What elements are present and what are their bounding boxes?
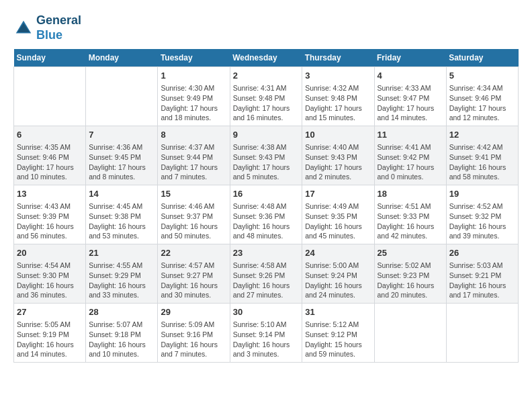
calendar-cell: 6Sunrise: 4:35 AM Sunset: 9:46 PM Daylig… bbox=[14, 126, 86, 185]
calendar-cell: 26Sunrise: 5:03 AM Sunset: 9:21 PM Dayli… bbox=[446, 244, 518, 304]
cell-content: Sunrise: 5:12 AM Sunset: 9:12 PM Dayligh… bbox=[305, 320, 371, 359]
cell-content: Sunrise: 5:10 AM Sunset: 9:14 PM Dayligh… bbox=[233, 320, 300, 359]
day-header-wednesday: Wednesday bbox=[230, 49, 302, 67]
calendar-week-2: 6Sunrise: 4:35 AM Sunset: 9:46 PM Daylig… bbox=[14, 126, 519, 185]
cell-content: Sunrise: 4:41 AM Sunset: 9:42 PM Dayligh… bbox=[378, 142, 443, 182]
calendar-cell: 23Sunrise: 4:58 AM Sunset: 9:26 PM Dayli… bbox=[230, 244, 302, 304]
calendar-week-4: 20Sunrise: 4:54 AM Sunset: 9:30 PM Dayli… bbox=[14, 244, 519, 304]
cell-content: Sunrise: 5:03 AM Sunset: 9:21 PM Dayligh… bbox=[449, 261, 515, 300]
cell-content: Sunrise: 4:48 AM Sunset: 9:36 PM Dayligh… bbox=[233, 201, 300, 241]
calendar-cell: 12Sunrise: 4:42 AM Sunset: 9:41 PM Dayli… bbox=[446, 126, 518, 185]
day-number: 21 bbox=[89, 247, 154, 259]
cell-content: Sunrise: 4:32 AM Sunset: 9:48 PM Dayligh… bbox=[305, 83, 371, 123]
calendar-body: 1Sunrise: 4:30 AM Sunset: 9:49 PM Daylig… bbox=[14, 67, 519, 363]
cell-content: Sunrise: 4:33 AM Sunset: 9:47 PM Dayligh… bbox=[378, 83, 443, 123]
cell-content: Sunrise: 4:51 AM Sunset: 9:33 PM Dayligh… bbox=[378, 201, 443, 241]
day-header-thursday: Thursday bbox=[302, 49, 374, 67]
day-number: 3 bbox=[305, 70, 371, 82]
calendar-cell: 11Sunrise: 4:41 AM Sunset: 9:42 PM Dayli… bbox=[374, 126, 446, 185]
calendar-cell: 29Sunrise: 5:09 AM Sunset: 9:16 PM Dayli… bbox=[158, 303, 230, 362]
day-number: 4 bbox=[378, 70, 443, 82]
day-header-saturday: Saturday bbox=[446, 49, 518, 67]
day-number: 18 bbox=[378, 188, 443, 200]
cell-content: Sunrise: 4:46 AM Sunset: 9:37 PM Dayligh… bbox=[161, 201, 226, 241]
day-number: 29 bbox=[161, 306, 226, 318]
day-number: 30 bbox=[233, 306, 300, 318]
day-header-friday: Friday bbox=[374, 49, 446, 67]
day-number: 31 bbox=[305, 306, 371, 318]
calendar-cell bbox=[86, 67, 158, 126]
day-number: 16 bbox=[233, 188, 300, 200]
calendar-cell: 16Sunrise: 4:48 AM Sunset: 9:36 PM Dayli… bbox=[230, 185, 302, 244]
cell-content: Sunrise: 4:58 AM Sunset: 9:26 PM Dayligh… bbox=[233, 261, 300, 300]
calendar-cell: 10Sunrise: 4:40 AM Sunset: 9:43 PM Dayli… bbox=[302, 126, 374, 185]
calendar-cell: 21Sunrise: 4:55 AM Sunset: 9:29 PM Dayli… bbox=[86, 244, 158, 304]
day-header-monday: Monday bbox=[86, 49, 158, 67]
calendar-week-3: 13Sunrise: 4:43 AM Sunset: 9:39 PM Dayli… bbox=[14, 185, 519, 244]
calendar-cell: 30Sunrise: 5:10 AM Sunset: 9:14 PM Dayli… bbox=[230, 303, 302, 362]
logo: General Blue bbox=[13, 13, 81, 42]
cell-content: Sunrise: 5:02 AM Sunset: 9:23 PM Dayligh… bbox=[378, 261, 443, 300]
calendar-cell: 27Sunrise: 5:05 AM Sunset: 9:19 PM Dayli… bbox=[14, 303, 86, 362]
day-number: 17 bbox=[305, 188, 371, 200]
cell-content: Sunrise: 4:54 AM Sunset: 9:30 PM Dayligh… bbox=[17, 261, 83, 300]
cell-content: Sunrise: 4:42 AM Sunset: 9:41 PM Dayligh… bbox=[449, 142, 515, 182]
calendar-cell: 3Sunrise: 4:32 AM Sunset: 9:48 PM Daylig… bbox=[302, 67, 374, 126]
calendar-week-1: 1Sunrise: 4:30 AM Sunset: 9:49 PM Daylig… bbox=[14, 67, 519, 126]
calendar-cell: 15Sunrise: 4:46 AM Sunset: 9:37 PM Dayli… bbox=[158, 185, 230, 244]
calendar-cell bbox=[446, 303, 518, 362]
calendar-table: SundayMondayTuesdayWednesdayThursdayFrid… bbox=[13, 49, 519, 363]
cell-content: Sunrise: 4:30 AM Sunset: 9:49 PM Dayligh… bbox=[161, 83, 226, 123]
calendar-cell: 17Sunrise: 4:49 AM Sunset: 9:35 PM Dayli… bbox=[302, 185, 374, 244]
day-number: 24 bbox=[305, 247, 371, 259]
cell-content: Sunrise: 5:09 AM Sunset: 9:16 PM Dayligh… bbox=[161, 320, 226, 359]
day-number: 1 bbox=[161, 70, 226, 82]
calendar-cell: 13Sunrise: 4:43 AM Sunset: 9:39 PM Dayli… bbox=[14, 185, 86, 244]
calendar-cell: 1Sunrise: 4:30 AM Sunset: 9:49 PM Daylig… bbox=[158, 67, 230, 126]
cell-content: Sunrise: 4:57 AM Sunset: 9:27 PM Dayligh… bbox=[161, 261, 226, 300]
calendar-cell: 9Sunrise: 4:38 AM Sunset: 9:43 PM Daylig… bbox=[230, 126, 302, 185]
day-number: 6 bbox=[17, 129, 83, 141]
cell-content: Sunrise: 4:55 AM Sunset: 9:29 PM Dayligh… bbox=[89, 261, 154, 300]
day-number: 27 bbox=[17, 306, 83, 318]
cell-content: Sunrise: 4:34 AM Sunset: 9:46 PM Dayligh… bbox=[449, 83, 515, 123]
calendar-cell: 20Sunrise: 4:54 AM Sunset: 9:30 PM Dayli… bbox=[14, 244, 86, 304]
cell-content: Sunrise: 4:31 AM Sunset: 9:48 PM Dayligh… bbox=[233, 83, 300, 123]
day-number: 14 bbox=[89, 188, 154, 200]
cell-content: Sunrise: 4:40 AM Sunset: 9:43 PM Dayligh… bbox=[305, 142, 371, 182]
day-number: 2 bbox=[233, 70, 300, 82]
header-row: SundayMondayTuesdayWednesdayThursdayFrid… bbox=[14, 49, 519, 67]
cell-content: Sunrise: 4:45 AM Sunset: 9:38 PM Dayligh… bbox=[89, 201, 154, 241]
calendar-cell: 19Sunrise: 4:52 AM Sunset: 9:32 PM Dayli… bbox=[446, 185, 518, 244]
day-number: 11 bbox=[378, 129, 443, 141]
cell-content: Sunrise: 5:05 AM Sunset: 9:19 PM Dayligh… bbox=[17, 320, 83, 359]
day-header-tuesday: Tuesday bbox=[158, 49, 230, 67]
page-header: General Blue bbox=[13, 13, 519, 42]
calendar-cell: 7Sunrise: 4:36 AM Sunset: 9:45 PM Daylig… bbox=[86, 126, 158, 185]
calendar-cell bbox=[14, 67, 86, 126]
calendar-cell bbox=[374, 303, 446, 362]
day-header-sunday: Sunday bbox=[14, 49, 86, 67]
calendar-week-5: 27Sunrise: 5:05 AM Sunset: 9:19 PM Dayli… bbox=[14, 303, 519, 362]
calendar-cell: 8Sunrise: 4:37 AM Sunset: 9:44 PM Daylig… bbox=[158, 126, 230, 185]
logo-icon bbox=[13, 18, 34, 38]
calendar-cell: 4Sunrise: 4:33 AM Sunset: 9:47 PM Daylig… bbox=[374, 67, 446, 126]
day-number: 9 bbox=[233, 129, 300, 141]
calendar-cell: 25Sunrise: 5:02 AM Sunset: 9:23 PM Dayli… bbox=[374, 244, 446, 304]
day-number: 22 bbox=[161, 247, 226, 259]
calendar-cell: 2Sunrise: 4:31 AM Sunset: 9:48 PM Daylig… bbox=[230, 67, 302, 126]
calendar-cell: 22Sunrise: 4:57 AM Sunset: 9:27 PM Dayli… bbox=[158, 244, 230, 304]
day-number: 5 bbox=[449, 70, 515, 82]
cell-content: Sunrise: 4:49 AM Sunset: 9:35 PM Dayligh… bbox=[305, 201, 371, 241]
day-number: 23 bbox=[233, 247, 300, 259]
cell-content: Sunrise: 4:36 AM Sunset: 9:45 PM Dayligh… bbox=[89, 142, 154, 182]
cell-content: Sunrise: 4:52 AM Sunset: 9:32 PM Dayligh… bbox=[449, 201, 515, 241]
day-number: 12 bbox=[449, 129, 515, 141]
cell-content: Sunrise: 5:07 AM Sunset: 9:18 PM Dayligh… bbox=[89, 320, 154, 359]
day-number: 8 bbox=[161, 129, 226, 141]
logo-text: General Blue bbox=[36, 13, 81, 42]
cell-content: Sunrise: 4:38 AM Sunset: 9:43 PM Dayligh… bbox=[233, 142, 300, 182]
calendar-cell: 5Sunrise: 4:34 AM Sunset: 9:46 PM Daylig… bbox=[446, 67, 518, 126]
day-number: 10 bbox=[305, 129, 371, 141]
calendar-cell: 18Sunrise: 4:51 AM Sunset: 9:33 PM Dayli… bbox=[374, 185, 446, 244]
